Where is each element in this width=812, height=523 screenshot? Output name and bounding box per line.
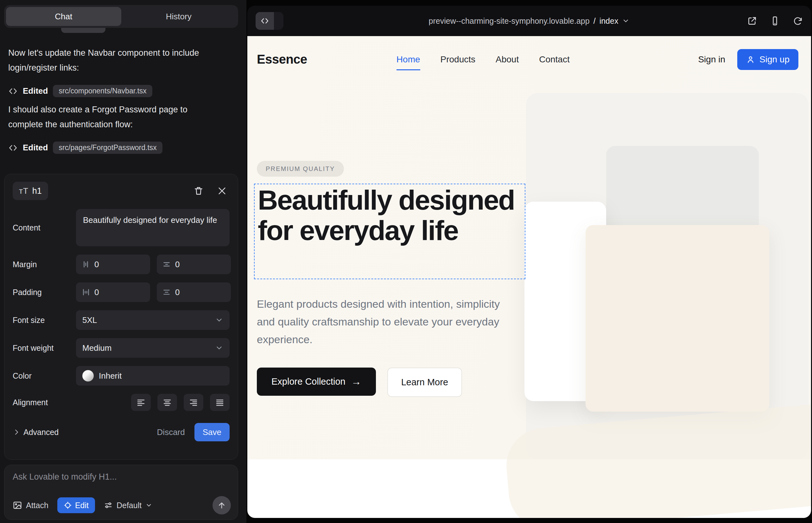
file-chip-navbar[interactable]: src/components/Navbar.tsx xyxy=(53,85,152,97)
site-viewport: Essence Home Products About Contact Sign… xyxy=(247,36,811,518)
chat-message: Now let's update the Navbar component to… xyxy=(8,46,214,75)
edited-file-row: Edited src/components/Navbar.tsx xyxy=(8,85,234,97)
sign-in-link[interactable]: Sign in xyxy=(698,54,725,65)
content-textarea[interactable]: Beautifully designed for everyday life xyxy=(76,209,230,246)
arrow-up-icon xyxy=(217,501,226,510)
nav-link-products[interactable]: Products xyxy=(441,54,476,65)
typography-icon: тT xyxy=(19,186,29,196)
margin-vertical-icon xyxy=(82,260,90,269)
mobile-view-button[interactable] xyxy=(770,16,780,26)
lovable-sidebar: Chat History Now let's update the Navbar… xyxy=(0,0,246,523)
font-size-row: Font size 5XL xyxy=(13,310,230,330)
chat-history-tabs: Chat History xyxy=(4,5,238,28)
align-left-button[interactable] xyxy=(131,394,151,411)
attach-button[interactable]: Attach xyxy=(13,501,49,510)
align-right-button[interactable] xyxy=(184,394,203,411)
chevron-right-icon xyxy=(13,428,20,436)
site-logo[interactable]: Essence xyxy=(257,52,307,67)
align-center-icon xyxy=(162,398,172,407)
chat-message: I should also create a Forgot Password p… xyxy=(8,102,214,132)
code-icon xyxy=(8,143,18,152)
site-nav-links: Home Products About Contact xyxy=(396,54,570,65)
refresh-button[interactable] xyxy=(793,16,803,26)
learn-more-button[interactable]: Learn More xyxy=(387,367,462,397)
chevron-down-icon xyxy=(145,502,152,509)
color-value: Inherit xyxy=(99,371,122,381)
code-icon xyxy=(260,16,269,25)
premium-quality-badge: PREMIUM QUALITY xyxy=(257,161,344,177)
padding-horizontal-icon xyxy=(162,288,171,296)
content-label: Content xyxy=(13,223,76,232)
discard-button[interactable]: Discard xyxy=(157,427,185,437)
url-host: preview--charming-site-symphony.lovable.… xyxy=(429,16,590,26)
hero-cta-row: Explore Collection → Learn More xyxy=(257,367,462,397)
nav-link-home[interactable]: Home xyxy=(396,54,420,65)
margin-vertical-value[interactable] xyxy=(94,259,144,269)
nav-link-about[interactable]: About xyxy=(496,54,519,65)
default-label: Default xyxy=(117,501,142,510)
send-button[interactable] xyxy=(212,496,231,515)
margin-vertical-input[interactable] xyxy=(76,254,150,274)
color-label: Color xyxy=(13,371,76,381)
margin-row: Margin xyxy=(13,254,230,274)
explore-collection-label: Explore Collection xyxy=(271,376,346,387)
hero-heading[interactable]: Beautifully designed for everyday life xyxy=(258,185,519,246)
file-chip-forgot-password[interactable]: src/pages/ForgotPassword.tsx xyxy=(53,142,162,154)
margin-horizontal-icon xyxy=(162,260,171,269)
explore-collection-button[interactable]: Explore Collection → xyxy=(257,367,376,396)
padding-vertical-input[interactable] xyxy=(76,283,150,302)
advanced-toggle[interactable]: Advanced xyxy=(13,428,58,437)
code-toggle xyxy=(255,12,283,30)
padding-vertical-value[interactable] xyxy=(94,287,144,297)
save-button[interactable]: Save xyxy=(194,423,230,441)
delete-element-button[interactable] xyxy=(191,183,206,198)
padding-horizontal-input[interactable] xyxy=(157,283,231,302)
edit-mode-button[interactable]: Edit xyxy=(57,497,95,513)
external-link-icon xyxy=(747,16,757,26)
font-weight-select[interactable]: Medium xyxy=(76,338,230,358)
font-weight-row: Font weight Medium xyxy=(13,338,230,358)
align-center-button[interactable] xyxy=(157,394,177,411)
sign-up-button[interactable]: Sign up xyxy=(737,49,798,70)
color-row: Color Inherit xyxy=(13,366,230,385)
attach-label: Attach xyxy=(26,501,49,510)
trash-icon xyxy=(194,186,204,196)
refresh-icon xyxy=(793,16,803,26)
element-editor-panel: тT h1 Content Beautifully designed for e… xyxy=(4,174,238,460)
close-editor-button[interactable] xyxy=(214,183,230,198)
tab-history[interactable]: History xyxy=(121,7,236,26)
browser-actions xyxy=(747,16,803,26)
align-justify-button[interactable] xyxy=(210,394,230,411)
font-size-select[interactable]: 5XL xyxy=(76,310,230,330)
chevron-down-icon xyxy=(215,344,223,352)
composer-input[interactable] xyxy=(13,472,230,482)
font-size-label: Font size xyxy=(13,315,76,325)
alignment-buttons xyxy=(76,394,230,411)
h1-selection-outline[interactable]: Beautifully designed for everyday life xyxy=(254,184,525,279)
margin-horizontal-input[interactable] xyxy=(157,254,231,274)
hero-description: Elegant products designed with intention… xyxy=(257,295,508,348)
close-icon xyxy=(217,186,227,196)
margin-label: Margin xyxy=(13,260,76,269)
element-tag-pill[interactable]: тT h1 xyxy=(13,182,48,200)
url-bar[interactable]: preview--charming-site-symphony.lovable.… xyxy=(247,6,811,36)
toggle-track[interactable] xyxy=(274,12,283,30)
edited-file-row: Edited src/pages/ForgotPassword.tsx xyxy=(8,142,234,154)
chat-messages: Now let's update the Navbar component to… xyxy=(8,40,234,157)
model-default-button[interactable]: Default xyxy=(104,501,152,510)
edited-label: Edited xyxy=(23,143,48,152)
composer-toolbar: Attach Edit Default xyxy=(13,496,231,515)
arrow-right-icon: → xyxy=(351,376,361,387)
margin-horizontal-value[interactable] xyxy=(175,259,225,269)
color-select[interactable]: Inherit xyxy=(76,366,230,385)
tab-chat[interactable]: Chat xyxy=(6,7,121,26)
app-root: Chat History Now let's update the Navbar… xyxy=(0,0,812,523)
chevron-down-icon xyxy=(215,316,223,324)
open-in-new-tab-button[interactable] xyxy=(747,16,757,26)
nav-link-contact[interactable]: Contact xyxy=(539,54,570,65)
code-view-button[interactable] xyxy=(255,12,274,30)
sign-up-label: Sign up xyxy=(759,54,790,65)
person-icon xyxy=(746,55,755,64)
url-separator: / xyxy=(594,16,596,26)
padding-horizontal-value[interactable] xyxy=(175,287,225,297)
